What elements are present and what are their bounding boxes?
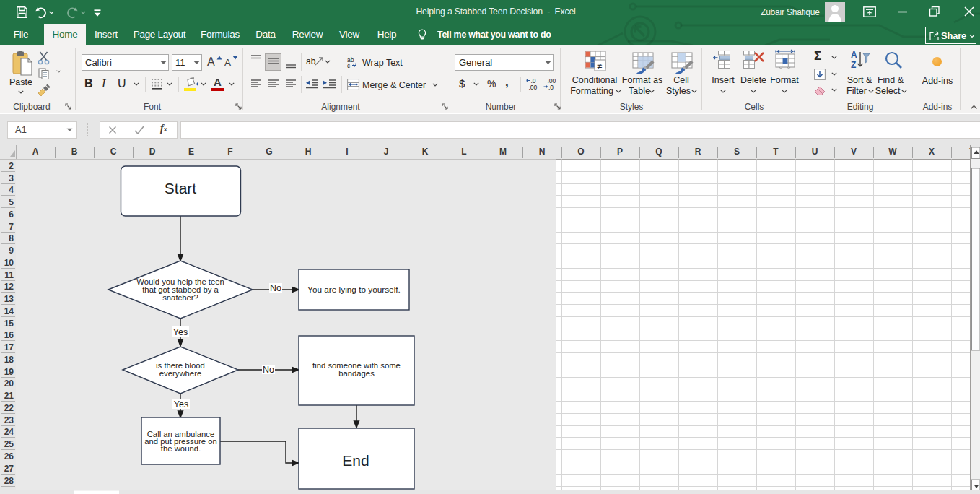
svg-text:4: 4 bbox=[9, 185, 14, 195]
svg-text:D: D bbox=[149, 147, 156, 157]
svg-text:17: 17 bbox=[4, 342, 14, 352]
svg-text:23: 23 bbox=[4, 415, 14, 425]
svg-text:No: No bbox=[270, 283, 281, 293]
svg-text:H: H bbox=[305, 147, 312, 157]
svg-text:Start: Start bbox=[165, 180, 197, 196]
svg-text:P: P bbox=[617, 147, 623, 157]
svg-text:.0: .0 bbox=[548, 84, 554, 90]
svg-text:.00: .00 bbox=[529, 84, 538, 90]
svg-text:≠: ≠ bbox=[597, 61, 602, 72]
svg-text:T: T bbox=[773, 147, 779, 157]
svg-text:B: B bbox=[71, 147, 78, 157]
svg-text:28: 28 bbox=[4, 476, 14, 486]
svg-text:22: 22 bbox=[4, 403, 14, 413]
svg-text:Yes: Yes bbox=[174, 399, 188, 410]
svg-text:O: O bbox=[577, 147, 584, 157]
svg-text:A: A bbox=[851, 50, 857, 60]
svg-text:M: M bbox=[499, 147, 507, 157]
svg-text:8: 8 bbox=[9, 233, 14, 243]
svg-text:20: 20 bbox=[4, 378, 14, 389]
svg-text:F: F bbox=[227, 147, 232, 157]
svg-text:G: G bbox=[266, 147, 272, 157]
svg-text:3: 3 bbox=[9, 173, 14, 183]
svg-text:5: 5 bbox=[9, 197, 14, 207]
svg-text:A: A bbox=[32, 147, 39, 157]
svg-text:24: 24 bbox=[4, 427, 14, 437]
svg-text:26: 26 bbox=[4, 451, 14, 462]
svg-text:10: 10 bbox=[4, 258, 14, 268]
svg-text:U: U bbox=[812, 147, 818, 157]
svg-text:19: 19 bbox=[4, 367, 14, 377]
svg-text:27: 27 bbox=[4, 464, 14, 474]
svg-text:18: 18 bbox=[4, 355, 14, 365]
svg-text:bandages: bandages bbox=[338, 369, 375, 378]
svg-text:I: I bbox=[346, 147, 348, 157]
svg-text:7: 7 bbox=[9, 222, 14, 232]
svg-text:9: 9 bbox=[9, 246, 14, 256]
svg-text:16: 16 bbox=[4, 330, 14, 340]
svg-text:L: L bbox=[461, 147, 466, 157]
svg-text:everywhere: everywhere bbox=[159, 369, 201, 378]
svg-text:Yes: Yes bbox=[173, 327, 188, 337]
svg-text:21: 21 bbox=[4, 391, 14, 401]
svg-text:25: 25 bbox=[4, 439, 14, 449]
svg-text:2: 2 bbox=[9, 161, 14, 171]
svg-text:No: No bbox=[263, 365, 274, 375]
svg-text:Z: Z bbox=[851, 60, 856, 70]
svg-text:N: N bbox=[539, 147, 546, 157]
svg-text:C: C bbox=[110, 147, 117, 157]
svg-text:J: J bbox=[384, 147, 389, 157]
svg-text:E: E bbox=[188, 147, 194, 157]
svg-text:X: X bbox=[929, 147, 935, 157]
svg-text:14: 14 bbox=[4, 306, 14, 316]
svg-text:13: 13 bbox=[4, 294, 14, 304]
svg-text:12: 12 bbox=[4, 282, 14, 292]
svg-text:11: 11 bbox=[4, 270, 14, 280]
svg-text:Q: Q bbox=[655, 147, 662, 157]
svg-text:K: K bbox=[422, 147, 429, 157]
svg-text:End: End bbox=[342, 452, 369, 469]
svg-text:V: V bbox=[851, 147, 857, 157]
svg-text:15: 15 bbox=[4, 318, 14, 329]
svg-text:S: S bbox=[734, 147, 740, 157]
svg-text:You are lying to yourself.: You are lying to yourself. bbox=[307, 285, 401, 295]
svg-text:snatcher?: snatcher? bbox=[162, 293, 198, 302]
svg-text:W: W bbox=[888, 147, 897, 157]
svg-text:R: R bbox=[695, 147, 701, 157]
svg-text:6: 6 bbox=[9, 209, 14, 220]
svg-text:the wound.: the wound. bbox=[161, 444, 201, 453]
